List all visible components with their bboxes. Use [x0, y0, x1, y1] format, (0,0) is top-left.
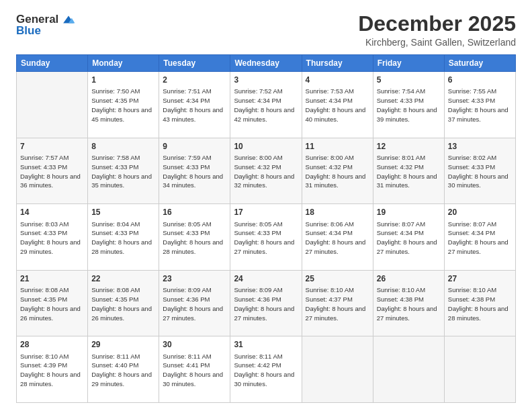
- calendar-cell-w3d0: 21Sunrise: 8:08 AMSunset: 4:35 PMDayligh…: [17, 270, 88, 336]
- day-info: Sunrise: 7:59 AMSunset: 4:33 PMDaylight:…: [163, 154, 223, 189]
- header-sunday: Sunday: [17, 55, 88, 72]
- calendar-table: Sunday Monday Tuesday Wednesday Thursday…: [16, 54, 516, 403]
- header-friday: Friday: [373, 55, 444, 72]
- day-info: Sunrise: 8:10 AMSunset: 4:38 PMDaylight:…: [377, 286, 437, 321]
- day-number: 11: [306, 141, 369, 152]
- day-number: 23: [163, 273, 226, 284]
- day-info: Sunrise: 7:57 AMSunset: 4:33 PMDaylight:…: [20, 154, 81, 189]
- day-info: Sunrise: 8:10 AMSunset: 4:38 PMDaylight:…: [448, 286, 508, 321]
- day-info: Sunrise: 8:11 AMSunset: 4:42 PMDaylight:…: [234, 353, 294, 387]
- calendar-cell-w4d4: [302, 336, 373, 403]
- day-info: Sunrise: 8:09 AMSunset: 4:36 PMDaylight:…: [163, 286, 223, 321]
- day-number: 25: [306, 273, 369, 284]
- calendar-cell-w2d0: 14Sunrise: 8:03 AMSunset: 4:33 PMDayligh…: [17, 204, 88, 271]
- calendar-week-2: 14Sunrise: 8:03 AMSunset: 4:33 PMDayligh…: [17, 204, 516, 271]
- day-number: 6: [448, 75, 512, 85]
- header-saturday: Saturday: [444, 55, 515, 72]
- day-number: 16: [163, 207, 226, 218]
- calendar-cell-w3d6: 27Sunrise: 8:10 AMSunset: 4:38 PMDayligh…: [444, 270, 515, 336]
- day-number: 21: [20, 273, 84, 284]
- page: General Blue December 2025 Kirchberg, Sa…: [0, 0, 532, 411]
- day-info: Sunrise: 7:51 AMSunset: 4:34 PMDaylight:…: [163, 87, 223, 122]
- day-info: Sunrise: 8:04 AMSunset: 4:33 PMDaylight:…: [91, 220, 152, 255]
- calendar-cell-w1d3: 10Sunrise: 8:00 AMSunset: 4:32 PMDayligh…: [230, 138, 302, 204]
- day-info: Sunrise: 7:50 AMSunset: 4:35 PMDaylight:…: [91, 87, 152, 122]
- day-number: 20: [448, 207, 512, 218]
- calendar-cell-w4d3: 31Sunrise: 8:11 AMSunset: 4:42 PMDayligh…: [230, 336, 302, 403]
- location: Kirchberg, Saint Gallen, Switzerland: [358, 37, 516, 48]
- day-info: Sunrise: 8:05 AMSunset: 4:33 PMDaylight:…: [163, 220, 223, 255]
- month-title: December 2025: [358, 12, 516, 36]
- calendar-cell-w0d0: [17, 72, 88, 138]
- day-info: Sunrise: 8:11 AMSunset: 4:41 PMDaylight:…: [163, 353, 223, 387]
- day-info: Sunrise: 7:52 AMSunset: 4:34 PMDaylight:…: [234, 87, 294, 122]
- day-number: 2: [163, 75, 226, 85]
- calendar-cell-w0d5: 5Sunrise: 7:54 AMSunset: 4:33 PMDaylight…: [373, 72, 444, 138]
- day-info: Sunrise: 8:10 AMSunset: 4:37 PMDaylight:…: [306, 286, 366, 321]
- calendar-cell-w0d2: 2Sunrise: 7:51 AMSunset: 4:34 PMDaylight…: [159, 72, 230, 138]
- day-number: 9: [163, 141, 226, 152]
- day-number: 7: [20, 141, 84, 152]
- day-info: Sunrise: 8:07 AMSunset: 4:34 PMDaylight:…: [448, 220, 508, 255]
- day-number: 27: [448, 273, 512, 284]
- day-info: Sunrise: 8:07 AMSunset: 4:34 PMDaylight:…: [377, 220, 437, 255]
- day-number: 24: [234, 273, 298, 284]
- day-number: 15: [91, 207, 155, 218]
- logo-icon: [61, 12, 76, 27]
- day-info: Sunrise: 7:54 AMSunset: 4:33 PMDaylight:…: [377, 87, 437, 122]
- day-number: 31: [234, 339, 298, 350]
- logo: General Blue: [16, 12, 76, 38]
- calendar-cell-w4d0: 28Sunrise: 8:10 AMSunset: 4:39 PMDayligh…: [17, 336, 88, 403]
- title-block: December 2025 Kirchberg, Saint Gallen, S…: [358, 12, 516, 48]
- day-info: Sunrise: 8:10 AMSunset: 4:39 PMDaylight:…: [20, 353, 81, 387]
- day-number: 19: [377, 207, 441, 218]
- day-number: 18: [306, 207, 369, 218]
- calendar-cell-w2d5: 19Sunrise: 8:07 AMSunset: 4:34 PMDayligh…: [373, 204, 444, 271]
- day-number: 5: [377, 75, 441, 85]
- day-number: 14: [20, 207, 84, 218]
- day-info: Sunrise: 8:08 AMSunset: 4:35 PMDaylight:…: [91, 286, 152, 321]
- day-number: 22: [91, 273, 155, 284]
- day-number: 28: [20, 339, 84, 350]
- header-thursday: Thursday: [302, 55, 373, 72]
- day-info: Sunrise: 8:09 AMSunset: 4:36 PMDaylight:…: [234, 286, 294, 321]
- day-number: 4: [306, 75, 369, 85]
- calendar-cell-w4d5: [373, 336, 444, 403]
- calendar-cell-w0d3: 3Sunrise: 7:52 AMSunset: 4:34 PMDaylight…: [230, 72, 302, 138]
- calendar-cell-w2d6: 20Sunrise: 8:07 AMSunset: 4:34 PMDayligh…: [444, 204, 515, 271]
- day-info: Sunrise: 8:11 AMSunset: 4:40 PMDaylight:…: [91, 353, 152, 387]
- calendar-cell-w4d1: 29Sunrise: 8:11 AMSunset: 4:40 PMDayligh…: [88, 336, 159, 403]
- header-monday: Monday: [88, 55, 159, 72]
- logo-blue: Blue: [16, 24, 41, 38]
- calendar-header-row: Sunday Monday Tuesday Wednesday Thursday…: [17, 55, 516, 72]
- calendar-cell-w3d3: 24Sunrise: 8:09 AMSunset: 4:36 PMDayligh…: [230, 270, 302, 336]
- day-info: Sunrise: 8:01 AMSunset: 4:32 PMDaylight:…: [377, 154, 437, 189]
- calendar-cell-w3d5: 26Sunrise: 8:10 AMSunset: 4:38 PMDayligh…: [373, 270, 444, 336]
- calendar-cell-w0d4: 4Sunrise: 7:53 AMSunset: 4:34 PMDaylight…: [302, 72, 373, 138]
- day-number: 10: [234, 141, 298, 152]
- calendar-cell-w3d4: 25Sunrise: 8:10 AMSunset: 4:37 PMDayligh…: [302, 270, 373, 336]
- calendar-cell-w3d2: 23Sunrise: 8:09 AMSunset: 4:36 PMDayligh…: [159, 270, 230, 336]
- calendar-cell-w2d2: 16Sunrise: 8:05 AMSunset: 4:33 PMDayligh…: [159, 204, 230, 271]
- calendar-cell-w2d4: 18Sunrise: 8:06 AMSunset: 4:34 PMDayligh…: [302, 204, 373, 271]
- calendar-cell-w4d2: 30Sunrise: 8:11 AMSunset: 4:41 PMDayligh…: [159, 336, 230, 403]
- calendar-week-4: 28Sunrise: 8:10 AMSunset: 4:39 PMDayligh…: [17, 336, 516, 403]
- day-number: 8: [91, 141, 155, 152]
- header-tuesday: Tuesday: [159, 55, 230, 72]
- header: General Blue December 2025 Kirchberg, Sa…: [16, 12, 516, 48]
- day-number: 26: [377, 273, 441, 284]
- calendar-cell-w2d1: 15Sunrise: 8:04 AMSunset: 4:33 PMDayligh…: [88, 204, 159, 271]
- calendar-cell-w3d1: 22Sunrise: 8:08 AMSunset: 4:35 PMDayligh…: [88, 270, 159, 336]
- day-info: Sunrise: 7:55 AMSunset: 4:33 PMDaylight:…: [448, 87, 508, 122]
- calendar-cell-w0d1: 1Sunrise: 7:50 AMSunset: 4:35 PMDaylight…: [88, 72, 159, 138]
- calendar-week-3: 21Sunrise: 8:08 AMSunset: 4:35 PMDayligh…: [17, 270, 516, 336]
- calendar-week-0: 1Sunrise: 7:50 AMSunset: 4:35 PMDaylight…: [17, 72, 516, 138]
- day-info: Sunrise: 8:08 AMSunset: 4:35 PMDaylight:…: [20, 286, 81, 321]
- day-info: Sunrise: 7:58 AMSunset: 4:33 PMDaylight:…: [91, 154, 152, 189]
- calendar-cell-w1d0: 7Sunrise: 7:57 AMSunset: 4:33 PMDaylight…: [17, 138, 88, 204]
- calendar-cell-w4d6: [444, 336, 515, 403]
- day-number: 3: [234, 75, 298, 85]
- calendar-cell-w1d2: 9Sunrise: 7:59 AMSunset: 4:33 PMDaylight…: [159, 138, 230, 204]
- calendar-cell-w2d3: 17Sunrise: 8:05 AMSunset: 4:33 PMDayligh…: [230, 204, 302, 271]
- day-number: 13: [448, 141, 512, 152]
